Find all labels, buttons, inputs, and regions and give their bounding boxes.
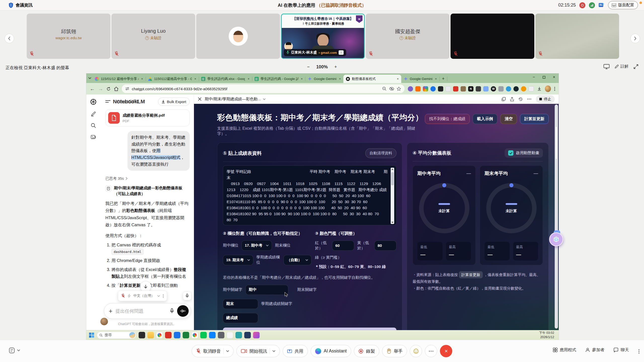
taskbar-app-icon[interactable] bbox=[139, 332, 145, 338]
sidebar-toggle-icon[interactable] bbox=[105, 100, 110, 104]
ai-assistant-button[interactable]: AI Assistant bbox=[311, 345, 351, 357]
calculate-button[interactable]: 計算並更新 bbox=[520, 114, 549, 124]
home-button[interactable] bbox=[114, 87, 118, 91]
bulk-export-button[interactable]: Bulk Export bbox=[158, 98, 190, 106]
extension-icon[interactable] bbox=[513, 86, 519, 92]
extension-icon[interactable] bbox=[415, 86, 421, 92]
copy-icon[interactable] bbox=[502, 97, 506, 101]
meeting-info-button[interactable]: 會議資訊 bbox=[9, 2, 33, 8]
canvas-menu-icon[interactable] bbox=[527, 99, 531, 100]
tab-close-icon[interactable]: × bbox=[435, 77, 437, 81]
total-keyword-input[interactable] bbox=[223, 313, 258, 323]
taskbar-app-icon[interactable] bbox=[253, 332, 260, 338]
extension-icon[interactable] bbox=[446, 86, 451, 92]
browser-tab[interactable]: 1150112葳格高中分享 - Goo× bbox=[146, 75, 199, 83]
taskbar-app-icon[interactable] bbox=[156, 332, 163, 338]
history-icon[interactable] bbox=[518, 97, 523, 101]
stop-button[interactable]: 停止 bbox=[536, 95, 555, 103]
extension-icon[interactable] bbox=[476, 86, 481, 92]
ai-notes-icon[interactable] bbox=[598, 3, 605, 8]
raise-hand-button[interactable]: 舉手 bbox=[382, 345, 407, 357]
extension-icon[interactable] bbox=[438, 86, 443, 92]
taskbar-app-icon[interactable] bbox=[235, 332, 242, 338]
chatgpt-logo-icon[interactable] bbox=[90, 99, 97, 105]
browser-menu-icon[interactable] bbox=[554, 87, 555, 91]
library-icon[interactable] bbox=[91, 134, 96, 140]
auto-clean-button[interactable]: 自動清理資料 bbox=[365, 148, 396, 158]
extension-icon[interactable] bbox=[430, 86, 436, 92]
extension-icon[interactable] bbox=[453, 86, 458, 92]
fullscreen-icon[interactable] bbox=[633, 64, 638, 69]
participant-tile[interactable] bbox=[196, 14, 280, 59]
reload-button[interactable] bbox=[106, 87, 111, 91]
connection-quality-icon[interactable] bbox=[589, 2, 595, 8]
textarea-scrollbar[interactable] bbox=[391, 168, 394, 224]
final-column-select[interactable]: 19. 期末考 bbox=[223, 255, 253, 265]
eye-off-icon[interactable] bbox=[389, 87, 394, 90]
user-avatar[interactable] bbox=[100, 318, 108, 325]
display-icon[interactable] bbox=[603, 64, 610, 69]
total-column-select[interactable]: （自動） bbox=[284, 255, 311, 265]
taskbar-app-icon[interactable] bbox=[147, 332, 154, 338]
canvas-scrollbar[interactable] bbox=[555, 105, 558, 329]
voice-mode-button[interactable] bbox=[177, 305, 189, 317]
address-bar[interactable]: chatgpt.com/c/69649906-c674-8333-9d2e-a0… bbox=[122, 84, 405, 93]
chat-panel-button[interactable]: 聊天 bbox=[614, 347, 629, 353]
layout-button[interactable]: 版面配置 bbox=[608, 1, 638, 9]
extension-floating-button[interactable] bbox=[549, 232, 563, 246]
search-icon[interactable] bbox=[91, 123, 96, 128]
attach-icon[interactable]: + bbox=[109, 307, 112, 315]
extension-icon[interactable] bbox=[408, 86, 413, 92]
chevron-down-icon[interactable] bbox=[226, 350, 229, 352]
start-video-button[interactable]: 開始視訊 bbox=[236, 345, 280, 357]
tab-search-icon[interactable] bbox=[88, 77, 91, 79]
taskbar-app-icon[interactable] bbox=[174, 332, 180, 338]
scroll-right-button[interactable] bbox=[630, 34, 640, 43]
back-button[interactable]: ← bbox=[90, 86, 95, 92]
midterm-column-select[interactable]: 17. 期中考 bbox=[242, 240, 272, 251]
active-speaker-tile[interactable]: 【葳格高中｜AI 在教學上的應用研習】 教師專屬・教學現場立即上手！ 亞東科大-… bbox=[281, 14, 365, 59]
browser-tab[interactable]: 115/01/12 葳格中學分享 #no× bbox=[92, 75, 146, 83]
audio-device-button[interactable] bbox=[9, 347, 20, 354]
quick-action-icon[interactable] bbox=[128, 294, 131, 298]
taskbar-search[interactable]: 搜尋 bbox=[97, 332, 136, 339]
tab-close-icon[interactable]: × bbox=[397, 77, 399, 81]
taskbar-app-icon[interactable] bbox=[183, 332, 189, 338]
annotate-button[interactable]: 註解 bbox=[615, 64, 628, 69]
tab-close-icon[interactable]: × bbox=[248, 77, 250, 81]
attached-file-card[interactable]: 成績冊葳格分享範例.pdf PDF bbox=[105, 109, 190, 126]
forward-button[interactable]: → bbox=[98, 86, 103, 92]
start-button[interactable] bbox=[89, 332, 94, 338]
browser-profile-avatar[interactable] bbox=[545, 85, 551, 92]
window-maximize-button[interactable] bbox=[543, 76, 545, 79]
gauge-collapse[interactable]: — bbox=[466, 171, 471, 176]
extension-icon[interactable] bbox=[521, 86, 526, 92]
input-language-toolbar[interactable]: 中文（台灣） bbox=[118, 291, 167, 301]
final-keyword-input[interactable] bbox=[223, 299, 258, 309]
chat-input[interactable]: 提出任何問題 bbox=[115, 308, 167, 314]
more-options-button[interactable] bbox=[425, 345, 437, 357]
taskbar-app-icon[interactable] bbox=[209, 332, 216, 338]
browser-tab[interactable]: Google Gemini× bbox=[305, 75, 343, 83]
app-title[interactable]: ChatGPT NotebookLM bbox=[113, 98, 153, 106]
overflow-menu-icon[interactable] bbox=[638, 349, 639, 354]
chevron-down-icon[interactable] bbox=[272, 350, 275, 352]
browser-tab[interactable]: Google Gemini× bbox=[401, 75, 439, 83]
extension-icon[interactable] bbox=[483, 86, 489, 92]
participant-tile[interactable]: 邱筑翎 wagor.tc.edu.tw bbox=[27, 14, 110, 59]
extension-icon[interactable] bbox=[423, 86, 428, 92]
thinking-time[interactable]: 已思考 35s bbox=[105, 176, 190, 181]
chat-composer[interactable]: + 提出任何問題 bbox=[104, 303, 191, 319]
taskbar-app-icon[interactable] bbox=[191, 332, 198, 338]
red-threshold-input[interactable] bbox=[332, 241, 354, 251]
apps-panel-button[interactable]: 應用程式 bbox=[553, 347, 576, 353]
extension-icon[interactable]: N bbox=[468, 86, 473, 92]
tab-close-icon[interactable]: × bbox=[141, 77, 143, 81]
tab-close-icon[interactable]: × bbox=[301, 77, 303, 81]
browser-tab-active[interactable]: 動態儀表板程式× bbox=[343, 75, 401, 83]
zoom-in-button[interactable]: + bbox=[334, 64, 337, 70]
canvas-title[interactable]: 期中/期末/學期總成績—彩色動... bbox=[205, 97, 266, 102]
extension-icon[interactable] bbox=[529, 86, 534, 92]
scroll-left-button[interactable] bbox=[5, 34, 14, 43]
extension-icon[interactable] bbox=[461, 86, 466, 92]
